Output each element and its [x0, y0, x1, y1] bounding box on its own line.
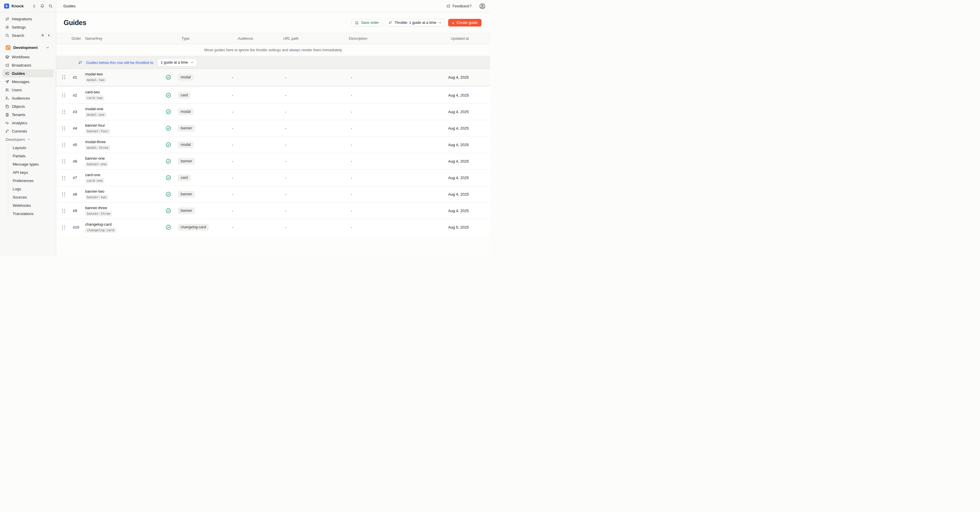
description-cell: -: [347, 225, 435, 229]
drag-handle-icon[interactable]: [62, 93, 65, 97]
sidebar-item-users[interactable]: Users: [0, 86, 56, 94]
app-window: k Knock Integrations Settings: [0, 0, 490, 256]
sidebar-item-analytics[interactable]: Analytics: [0, 119, 56, 127]
drag-handle-icon[interactable]: [62, 159, 65, 164]
guide-key-badge: banner-four: [85, 129, 110, 134]
sidebar-item-audiences[interactable]: Audiences: [0, 94, 56, 102]
drag-handle-icon[interactable]: [62, 225, 65, 229]
guide-key-badge: banner-two: [85, 195, 108, 200]
user-avatar-button[interactable]: [479, 3, 485, 10]
table-row-card-two[interactable]: #2 card-two card-two card - -: [56, 87, 490, 103]
workspace-switcher-icon[interactable]: [32, 4, 36, 8]
sidebar-item-label: Objects: [12, 104, 25, 109]
sidebar-item-integrations[interactable]: Integrations: [0, 15, 56, 23]
sidebar-item-label: Guides: [12, 71, 25, 76]
workspace-actions: [32, 4, 53, 8]
drag-handle-icon[interactable]: [62, 110, 65, 114]
breadcrumb: Guides: [64, 4, 446, 8]
sidebar-item-search[interactable]: Search ⌘K: [0, 31, 56, 40]
updated-at-cell: Aug 4, 2025: [435, 208, 475, 213]
guide-type-badge: card: [178, 174, 191, 181]
sidebar-item-label: Broadcasts: [12, 63, 31, 67]
updated-at-cell: Aug 4, 2025: [435, 110, 475, 114]
environment-switcher[interactable]: Development: [0, 43, 56, 52]
sidebar-item-objects[interactable]: Objects: [0, 102, 56, 110]
table-row-banner-two[interactable]: #8 banner-two banner-two banner - -: [56, 186, 490, 202]
sidebar-developers-nav: Layouts Partials Message types API keys …: [8, 143, 56, 218]
throttle-divider-text: Guides below this row will be throttled …: [86, 60, 153, 65]
notifications-bell-icon[interactable]: [40, 4, 45, 8]
table-row-changelog-card[interactable]: #10 changelog-card changelog-card change…: [56, 219, 490, 235]
sidebar: k Knock Integrations Settings: [0, 0, 56, 256]
drag-handle-icon[interactable]: [62, 126, 65, 130]
sidebar-item-label: Logs: [13, 187, 21, 191]
guide-type-badge: changelog-card: [178, 224, 209, 231]
sidebar-item-sources[interactable]: Sources: [8, 193, 56, 201]
gear-icon: [5, 25, 10, 29]
drag-handle-icon[interactable]: [62, 209, 65, 213]
search-icon[interactable]: [48, 4, 53, 8]
drag-handle-icon[interactable]: [62, 192, 65, 197]
published-status-icon: [165, 224, 171, 230]
table-row-modal-one[interactable]: #3 modal-one modal-one modal - -: [56, 103, 490, 120]
sidebar-item-api-keys[interactable]: API keys: [8, 168, 56, 176]
sidebar-item-tenants[interactable]: Tenants: [0, 110, 56, 119]
guide-name: modal-two: [85, 72, 103, 76]
description-cell: -: [347, 110, 435, 114]
sidebar-item-messages[interactable]: Messages: [0, 78, 56, 86]
sidebar-section-developers[interactable]: Developers: [0, 135, 56, 143]
sidebar-item-logs[interactable]: Logs: [8, 185, 56, 193]
unthrottled-dropzone[interactable]: Move guides here to ignore the throttle …: [56, 44, 490, 56]
drag-handle-icon[interactable]: [62, 75, 65, 79]
column-header-order: Order: [68, 37, 83, 41]
guide-type-badge: modal: [178, 74, 194, 81]
sidebar-item-preferences[interactable]: Preferences: [8, 176, 56, 185]
environment-icon: [6, 45, 11, 50]
chevron-down-icon: [27, 138, 31, 141]
sidebar-item-workflows[interactable]: Workflows: [0, 53, 56, 61]
sidebar-item-translations[interactable]: Translations: [8, 210, 56, 218]
user-circle-icon: [479, 3, 485, 10]
audience-cell: -: [230, 110, 280, 114]
table-row-banner-one[interactable]: #6 banner-one banner-one banner - -: [56, 153, 490, 169]
table-row-banner-four[interactable]: #4 banner-four banner-four banner - -: [56, 120, 490, 137]
feedback-button[interactable]: Feedback?: [446, 4, 471, 8]
table-row-card-one[interactable]: #7 card-one card-one card - -: [56, 169, 490, 186]
table-row-modal-two[interactable]: #1 modal-two modal-two modal - -: [56, 69, 490, 86]
sidebar-item-settings[interactable]: Settings: [0, 23, 56, 31]
throttle-amount-select[interactable]: 1 guide at a time: [158, 58, 197, 67]
save-order-button[interactable]: Save order: [352, 19, 382, 27]
sidebar-item-message-types[interactable]: Message types: [8, 160, 56, 168]
url-path-cell: -: [280, 110, 347, 114]
sidebar-item-layouts[interactable]: Layouts: [8, 143, 56, 152]
main-area: Guides Feedback? Guides Save order Throt…: [56, 0, 490, 256]
column-header-url-path: URL path: [280, 37, 347, 41]
guide-key-badge: modal-one: [85, 112, 107, 117]
guide-name: card-two: [85, 90, 100, 95]
sidebar-item-label: Layouts: [13, 146, 26, 150]
sidebar-item-label: Analytics: [12, 121, 27, 125]
guide-name: changelog-card: [85, 222, 112, 227]
sidebar-item-guides[interactable]: Guides: [2, 69, 54, 78]
page-header: Guides Save order Throttle: 1 guide at a…: [56, 13, 490, 33]
megaphone-icon: [5, 63, 10, 67]
column-header-name-key: Name/Key: [83, 37, 162, 41]
drag-handle-icon[interactable]: [62, 176, 65, 180]
updated-at-cell: Aug 4, 2025: [435, 93, 475, 97]
users-icon: [5, 88, 10, 92]
sidebar-item-partials[interactable]: Partials: [8, 152, 56, 160]
sidebar-item-webhooks[interactable]: Webhooks: [8, 201, 56, 210]
sidebar-item-broadcasts[interactable]: Broadcasts: [0, 61, 56, 69]
create-guide-button[interactable]: + Create guide: [448, 19, 482, 27]
throttle-dropdown-button[interactable]: Throttle: 1 guide at a time: [385, 19, 445, 27]
updated-at-cell: Aug 4, 2025: [435, 192, 475, 197]
url-path-cell: -: [280, 126, 347, 130]
table-row-banner-three[interactable]: #9 banner-three banner-three banner - -: [56, 202, 490, 219]
drag-handle-icon[interactable]: [62, 143, 65, 147]
url-path-cell: -: [280, 93, 347, 97]
row-order: #6: [68, 159, 83, 164]
sidebar-item-commits[interactable]: Commits: [0, 127, 56, 135]
guide-type-badge: modal: [178, 142, 194, 148]
pages-icon: [5, 104, 10, 109]
table-row-modal-three[interactable]: #5 modal-three modal-three modal - -: [56, 137, 490, 153]
